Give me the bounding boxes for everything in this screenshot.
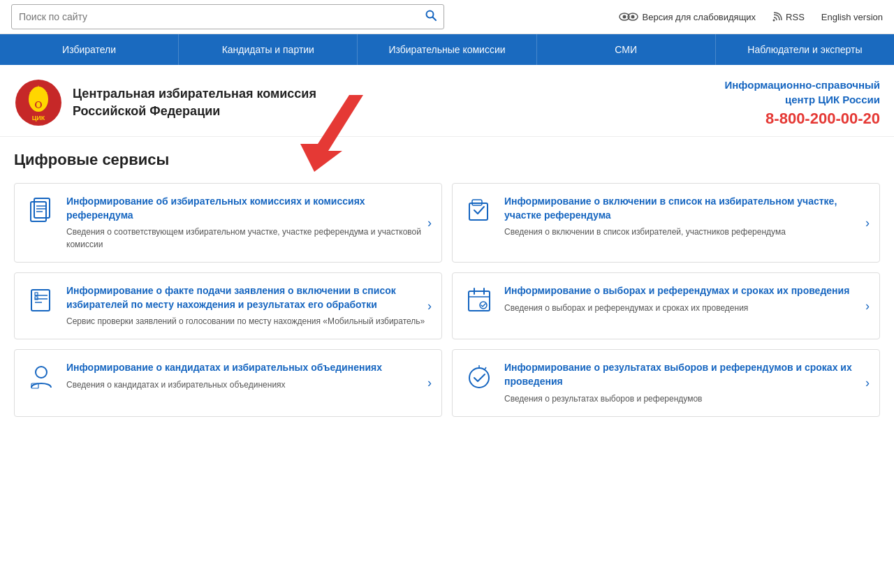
svg-line-1 [433,17,437,21]
card-2[interactable]: Информирование о включении в список на и… [452,183,880,263]
card-3-title: Информирование о факте подачи заявления … [66,284,427,311]
card-5[interactable]: Информирование о кандидатах и избиратель… [14,349,442,416]
section-title: Цифровые сервисы [14,151,880,169]
card-4-icon [464,284,494,315]
rss-link[interactable]: RSS [772,12,805,22]
coat-of-arms-icon: ЦИК [14,78,63,127]
card-5-content: Информирование о кандидатах и избиратель… [66,361,427,391]
svg-point-34 [469,368,489,388]
info-center-title: Информационно-справочныйцентр ЦИК России [724,78,880,107]
svg-rect-27 [469,291,490,311]
card-4-desc: Сведения о выборах и референдумах и срок… [504,302,865,314]
svg-point-6 [773,20,775,22]
top-bar: Версия для слабовидящих RSS English vers… [0,0,894,34]
card-3-chevron: › [427,299,432,314]
rss-icon [772,12,782,22]
card-6-icon [464,361,494,392]
info-center-phone: 8-800-200-00-20 [724,110,880,128]
nav-item-komissii[interactable]: Избирательные комиссии [358,34,536,65]
card-2-chevron: › [865,216,870,230]
svg-rect-21 [31,290,50,311]
search-icon [425,10,437,21]
svg-text:ЦИК: ЦИК [32,115,45,122]
card-1[interactable]: Информирование об избирательных комиссия… [14,183,442,263]
card-2-icon [464,195,494,226]
info-center-block: Информационно-справочныйцентр ЦИК России… [724,78,880,128]
svg-point-11 [36,102,41,108]
card-1-title: Информирование об избирательных комиссия… [66,195,427,222]
svg-point-3 [622,15,626,19]
card-6-content: Информирование о результатах выборов и р… [504,361,865,404]
top-bar-right: Версия для слабовидящих RSS English vers… [619,11,884,22]
logo-area: ЦИК Центральная избирательная комиссия Р… [14,78,316,127]
card-1-icon [26,195,57,226]
org-name-line1: Центральная избирательная комиссия [73,85,316,103]
nav-item-izbirateli[interactable]: Избиратели [0,34,179,65]
nav-item-kandidaty[interactable]: Кандидаты и партии [179,34,358,65]
card-1-desc: Сведения о соответствующем избирательном… [66,226,427,251]
vision-link[interactable]: Версия для слабовидящих [619,11,756,22]
card-5-chevron: › [427,376,432,390]
card-4[interactable]: Информирование о выборах и референдумах … [452,272,880,339]
header-section: ЦИК Центральная избирательная комиссия Р… [0,65,894,137]
card-6-chevron: › [865,376,870,390]
search-button[interactable] [418,10,444,24]
nav-item-smi[interactable]: СМИ [537,34,716,65]
card-5-title: Информирование о кандидатах и избиратель… [66,361,427,375]
rss-label: RSS [786,12,805,22]
card-6[interactable]: Информирование о результатах выборов и р… [452,349,880,416]
card-2-title: Информирование о включении в список на и… [504,195,865,222]
org-name-line2: Российской Федерации [73,103,316,120]
card-3-content: Информирование о факте подачи заявления … [66,284,427,328]
card-2-content: Информирование о включении в список на и… [504,195,865,238]
card-5-desc: Сведения о кандидатах и избирательных об… [66,378,427,391]
vision-label: Версия для слабовидящих [643,12,756,22]
card-4-title: Информирование о выборах и референдумах … [504,284,865,298]
card-3[interactable]: Информирование о факте подачи заявления … [14,272,442,339]
card-4-chevron: › [865,299,870,314]
card-6-desc: Сведения о результатах выборов и референ… [504,392,865,405]
svg-point-5 [631,15,634,19]
main-content: Цифровые сервисы Информирование об избир… [0,137,894,424]
english-version-link[interactable]: English version [821,12,883,22]
card-2-desc: Сведения о включении в список избирателе… [504,226,865,238]
nav-item-nablyudateli[interactable]: Наблюдатели и эксперты [716,34,894,65]
search-input[interactable] [12,7,418,27]
card-5-icon [26,361,57,392]
card-1-content: Информирование об избирательных комиссия… [66,195,427,251]
card-3-icon [26,284,57,315]
card-6-title: Информирование о результатах выборов и р… [504,361,865,388]
card-1-chevron: › [427,216,432,230]
org-name-block: Центральная избирательная комиссия Росси… [73,85,316,120]
cards-grid: Информирование об избирательных комиссия… [14,183,880,417]
main-nav: Избиратели Кандидаты и партии Избиратель… [0,34,894,65]
vision-icon [619,11,638,22]
card-3-desc: Сервис проверки заявлений о голосовании … [66,315,427,328]
svg-point-32 [36,367,47,378]
search-container [11,4,444,29]
card-4-content: Информирование о выборах и референдумах … [504,284,865,314]
